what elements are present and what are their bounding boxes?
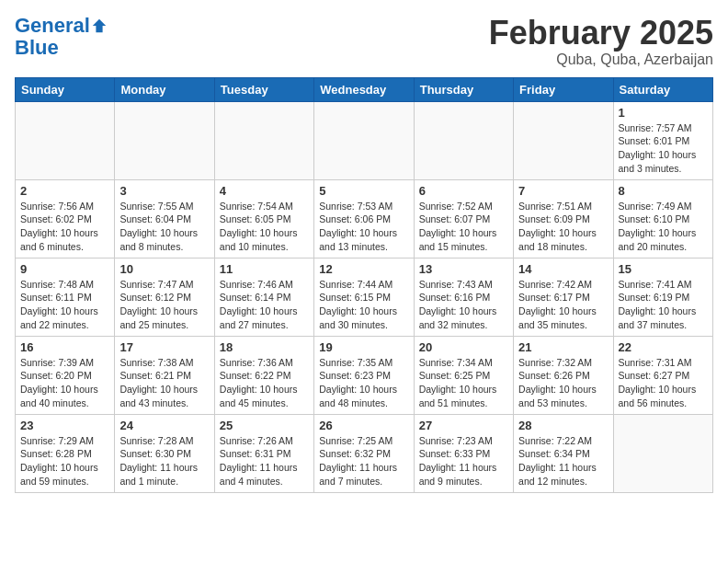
- calendar-cell: 4Sunrise: 7:54 AM Sunset: 6:05 PM Daylig…: [214, 179, 313, 258]
- day-number: 9: [20, 262, 109, 276]
- logo-blue: Blue: [15, 37, 59, 59]
- weekday-header-row: SundayMondayTuesdayWednesdayThursdayFrid…: [16, 77, 713, 101]
- day-info: Sunrise: 7:25 AM Sunset: 6:32 PM Dayligh…: [319, 434, 408, 488]
- calendar-cell: 11Sunrise: 7:46 AM Sunset: 6:14 PM Dayli…: [214, 258, 313, 336]
- day-info: Sunrise: 7:39 AM Sunset: 6:20 PM Dayligh…: [20, 356, 109, 410]
- calendar-cell: 15Sunrise: 7:41 AM Sunset: 6:19 PM Dayli…: [613, 258, 712, 336]
- day-info: Sunrise: 7:28 AM Sunset: 6:30 PM Dayligh…: [119, 434, 209, 488]
- week-row: 2Sunrise: 7:56 AM Sunset: 6:02 PM Daylig…: [16, 179, 713, 258]
- calendar-cell: [214, 101, 313, 179]
- location: Quba, Quba, Azerbaijan: [489, 52, 713, 68]
- day-number: 22: [619, 340, 708, 354]
- day-number: 13: [419, 262, 508, 276]
- calendar-cell: 20Sunrise: 7:34 AM Sunset: 6:25 PM Dayli…: [414, 336, 513, 414]
- calendar-cell: 19Sunrise: 7:35 AM Sunset: 6:23 PM Dayli…: [314, 336, 414, 414]
- week-row: 9Sunrise: 7:48 AM Sunset: 6:11 PM Daylig…: [16, 258, 713, 336]
- day-info: Sunrise: 7:34 AM Sunset: 6:25 PM Dayligh…: [419, 356, 508, 410]
- day-number: 14: [518, 262, 608, 276]
- calendar-cell: 24Sunrise: 7:28 AM Sunset: 6:30 PM Dayli…: [115, 414, 214, 492]
- logo-icon: [91, 17, 108, 34]
- calendar-cell: [314, 101, 414, 179]
- day-info: Sunrise: 7:31 AM Sunset: 6:27 PM Dayligh…: [619, 356, 708, 410]
- calendar-table: SundayMondayTuesdayWednesdayThursdayFrid…: [15, 77, 713, 493]
- calendar-cell: 7Sunrise: 7:51 AM Sunset: 6:09 PM Daylig…: [514, 179, 613, 258]
- weekday-header: Wednesday: [314, 77, 414, 101]
- weekday-header: Monday: [115, 77, 214, 101]
- day-info: Sunrise: 7:29 AM Sunset: 6:28 PM Dayligh…: [20, 434, 109, 488]
- calendar-cell: 6Sunrise: 7:52 AM Sunset: 6:07 PM Daylig…: [414, 179, 513, 258]
- week-row: 1Sunrise: 7:57 AM Sunset: 6:01 PM Daylig…: [16, 101, 713, 179]
- calendar-cell: 9Sunrise: 7:48 AM Sunset: 6:11 PM Daylig…: [16, 258, 115, 336]
- month-title: February 2025: [489, 15, 713, 52]
- day-number: 12: [319, 262, 408, 276]
- day-info: Sunrise: 7:38 AM Sunset: 6:21 PM Dayligh…: [119, 356, 209, 410]
- day-info: Sunrise: 7:52 AM Sunset: 6:07 PM Dayligh…: [419, 200, 508, 254]
- day-info: Sunrise: 7:43 AM Sunset: 6:16 PM Dayligh…: [419, 278, 508, 332]
- day-number: 15: [619, 262, 708, 276]
- day-info: Sunrise: 7:46 AM Sunset: 6:14 PM Dayligh…: [220, 278, 309, 332]
- day-info: Sunrise: 7:56 AM Sunset: 6:02 PM Dayligh…: [20, 200, 109, 254]
- page-header: General Blue February 2025 Quba, Quba, A…: [15, 15, 713, 68]
- day-info: Sunrise: 7:42 AM Sunset: 6:17 PM Dayligh…: [518, 278, 608, 332]
- day-info: Sunrise: 7:35 AM Sunset: 6:23 PM Dayligh…: [319, 356, 408, 410]
- calendar-cell: [514, 101, 613, 179]
- day-info: Sunrise: 7:48 AM Sunset: 6:11 PM Dayligh…: [20, 278, 109, 332]
- logo-text: General: [15, 15, 90, 37]
- calendar-cell: 8Sunrise: 7:49 AM Sunset: 6:10 PM Daylig…: [613, 179, 712, 258]
- calendar-cell: 22Sunrise: 7:31 AM Sunset: 6:27 PM Dayli…: [613, 336, 712, 414]
- calendar-cell: 5Sunrise: 7:53 AM Sunset: 6:06 PM Daylig…: [314, 179, 414, 258]
- day-info: Sunrise: 7:26 AM Sunset: 6:31 PM Dayligh…: [220, 434, 309, 488]
- day-info: Sunrise: 7:32 AM Sunset: 6:26 PM Dayligh…: [518, 356, 608, 410]
- calendar-cell: [414, 101, 513, 179]
- day-number: 28: [518, 419, 608, 432]
- calendar-cell: 2Sunrise: 7:56 AM Sunset: 6:02 PM Daylig…: [16, 179, 115, 258]
- logo: General Blue: [15, 15, 108, 59]
- day-number: 8: [619, 184, 708, 198]
- day-info: Sunrise: 7:23 AM Sunset: 6:33 PM Dayligh…: [419, 434, 508, 488]
- calendar-cell: 16Sunrise: 7:39 AM Sunset: 6:20 PM Dayli…: [16, 336, 115, 414]
- day-number: 2: [20, 184, 109, 198]
- day-number: 21: [518, 340, 608, 354]
- calendar-cell: 13Sunrise: 7:43 AM Sunset: 6:16 PM Dayli…: [414, 258, 513, 336]
- weekday-header: Thursday: [414, 77, 513, 101]
- calendar-cell: 17Sunrise: 7:38 AM Sunset: 6:21 PM Dayli…: [115, 336, 214, 414]
- calendar-cell: 1Sunrise: 7:57 AM Sunset: 6:01 PM Daylig…: [613, 101, 712, 179]
- day-info: Sunrise: 7:51 AM Sunset: 6:09 PM Dayligh…: [518, 200, 608, 254]
- day-number: 24: [119, 419, 209, 432]
- week-row: 23Sunrise: 7:29 AM Sunset: 6:28 PM Dayli…: [16, 414, 713, 492]
- weekday-header: Sunday: [16, 77, 115, 101]
- calendar-cell: 23Sunrise: 7:29 AM Sunset: 6:28 PM Dayli…: [16, 414, 115, 492]
- day-info: Sunrise: 7:57 AM Sunset: 6:01 PM Dayligh…: [619, 121, 708, 176]
- day-number: 17: [119, 340, 209, 354]
- calendar-cell: 26Sunrise: 7:25 AM Sunset: 6:32 PM Dayli…: [314, 414, 414, 492]
- day-number: 10: [119, 262, 209, 276]
- calendar-cell: [613, 414, 712, 492]
- calendar-cell: 25Sunrise: 7:26 AM Sunset: 6:31 PM Dayli…: [214, 414, 313, 492]
- day-number: 23: [20, 419, 109, 432]
- day-number: 26: [319, 419, 408, 432]
- day-info: Sunrise: 7:55 AM Sunset: 6:04 PM Dayligh…: [119, 200, 209, 254]
- calendar-cell: 12Sunrise: 7:44 AM Sunset: 6:15 PM Dayli…: [314, 258, 414, 336]
- day-number: 6: [419, 184, 508, 198]
- day-number: 3: [119, 184, 209, 198]
- day-info: Sunrise: 7:49 AM Sunset: 6:10 PM Dayligh…: [619, 200, 708, 254]
- calendar-cell: 18Sunrise: 7:36 AM Sunset: 6:22 PM Dayli…: [214, 336, 313, 414]
- day-number: 5: [319, 184, 408, 198]
- calendar-cell: 27Sunrise: 7:23 AM Sunset: 6:33 PM Dayli…: [414, 414, 513, 492]
- day-number: 1: [619, 106, 708, 120]
- calendar-cell: 28Sunrise: 7:22 AM Sunset: 6:34 PM Dayli…: [514, 414, 613, 492]
- day-info: Sunrise: 7:47 AM Sunset: 6:12 PM Dayligh…: [119, 278, 209, 332]
- day-number: 16: [20, 340, 109, 354]
- calendar-cell: [115, 101, 214, 179]
- day-number: 18: [220, 340, 309, 354]
- day-number: 25: [220, 419, 309, 432]
- day-info: Sunrise: 7:41 AM Sunset: 6:19 PM Dayligh…: [619, 278, 708, 332]
- title-block: February 2025 Quba, Quba, Azerbaijan: [489, 15, 713, 68]
- calendar-cell: 21Sunrise: 7:32 AM Sunset: 6:26 PM Dayli…: [514, 336, 613, 414]
- calendar-cell: [16, 101, 115, 179]
- day-number: 4: [220, 184, 309, 198]
- day-number: 20: [419, 340, 508, 354]
- day-info: Sunrise: 7:36 AM Sunset: 6:22 PM Dayligh…: [220, 356, 309, 410]
- calendar-cell: 3Sunrise: 7:55 AM Sunset: 6:04 PM Daylig…: [115, 179, 214, 258]
- day-info: Sunrise: 7:22 AM Sunset: 6:34 PM Dayligh…: [518, 434, 608, 488]
